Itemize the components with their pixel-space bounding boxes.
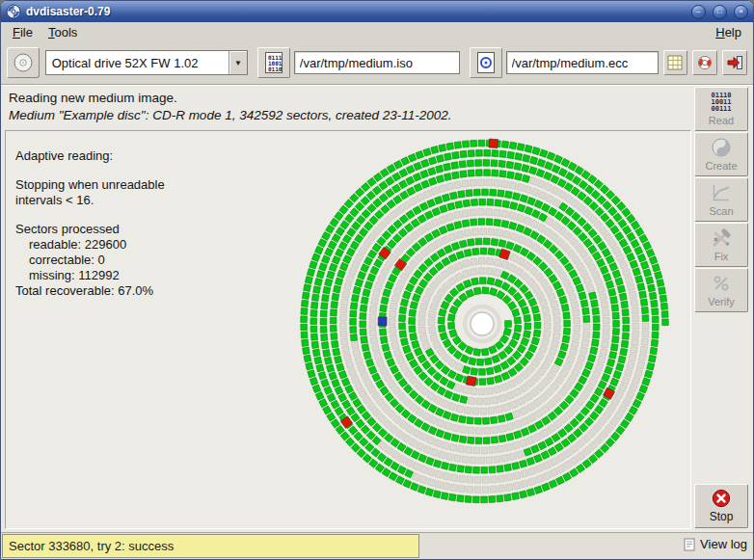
- svg-text:0110: 0110: [268, 66, 283, 72]
- image-file-button[interactable]: 0111 1001 0110: [257, 47, 290, 78]
- read-button[interactable]: 01110 10011 00111 Read: [694, 87, 748, 131]
- main-region: Reading new medium image. Medium "Exampl…: [1, 84, 753, 532]
- help-button[interactable]: [692, 50, 717, 75]
- statusbar: Sector 333680, try 2: success View log: [1, 532, 753, 559]
- total-recoverable: Total recoverable: 67.0%: [15, 283, 165, 299]
- view-log-button[interactable]: View log: [683, 537, 747, 551]
- image-file-input[interactable]: [294, 51, 460, 74]
- fix-label: Fix: [714, 251, 729, 262]
- create-label: Create: [705, 160, 737, 172]
- stopping-line2: intervals < 16.: [15, 193, 165, 208]
- scan-label: Scan: [709, 205, 733, 217]
- view-log-label: View log: [700, 537, 747, 551]
- app-icon: [6, 4, 21, 19]
- sidebar: 01110 10011 00111 Read Create: [691, 87, 751, 530]
- grid-icon: [667, 55, 683, 70]
- message-line2: Medium "Example disc": CD-R mode 1, 3425…: [9, 108, 684, 122]
- ecc-file-icon: [477, 52, 495, 73]
- scan-button[interactable]: Scan: [694, 177, 748, 222]
- tools-icon: [711, 227, 732, 249]
- disc-spiral-visualization: [289, 131, 675, 517]
- toolbar: Optical drive 52X FW 1.02 ▼ 0111 1001 01…: [1, 41, 753, 84]
- create-button[interactable]: Create: [694, 132, 748, 176]
- menu-tools[interactable]: Tools: [40, 24, 85, 40]
- ecc-file-button[interactable]: [470, 47, 502, 78]
- cd-icon: [13, 52, 34, 73]
- drawing-area: Adaptive reading: Stopping when unreadab…: [5, 130, 691, 529]
- chevron-down-icon[interactable]: ▼: [229, 51, 247, 74]
- exit-icon: [726, 55, 743, 70]
- adaptive-reading-label: Adaptive reading:: [15, 148, 165, 164]
- yinyang-icon: [711, 137, 732, 158]
- close-button[interactable]: ×: [734, 5, 748, 19]
- drive-select-value: Optical drive 52X FW 1.02: [46, 56, 229, 70]
- lifesaver-icon: [697, 55, 713, 70]
- stop-button[interactable]: Stop: [694, 484, 748, 528]
- ecc-file-input[interactable]: [506, 51, 659, 74]
- correctable-count: correctable: 0: [15, 253, 165, 268]
- quit-button[interactable]: [722, 50, 747, 75]
- menu-help[interactable]: Help: [708, 24, 749, 40]
- stopping-line1: Stopping when unreadable: [15, 177, 165, 193]
- chart-icon: [711, 182, 732, 203]
- status-message: Sector 333680, try 2: success: [2, 534, 419, 558]
- message-area: Reading new medium image. Medium "Exampl…: [1, 86, 691, 130]
- maximize-button[interactable]: □: [713, 5, 727, 19]
- window-title: dvdisaster-0.79: [26, 5, 685, 18]
- titlebar[interactable]: dvdisaster-0.79 – □ ×: [1, 1, 753, 22]
- menubar: File Tools Help: [1, 22, 753, 41]
- verify-button[interactable]: Verify: [694, 268, 748, 312]
- stop-label: Stop: [710, 510, 734, 523]
- info-block: Adaptive reading: Stopping when unreadab…: [15, 148, 165, 299]
- checksum-button[interactable]: [663, 50, 688, 75]
- percent-check-icon: [711, 273, 732, 294]
- stop-icon: [712, 489, 731, 508]
- log-icon: [683, 538, 696, 551]
- drive-select-combo[interactable]: Optical drive 52X FW 1.02 ▼: [45, 50, 248, 75]
- menu-file[interactable]: File: [5, 24, 40, 40]
- verify-label: Verify: [708, 296, 735, 307]
- drive-button[interactable]: [7, 47, 40, 78]
- read-label: Read: [709, 115, 734, 126]
- readable-count: readable: 229600: [15, 237, 165, 253]
- message-line1: Reading new medium image.: [9, 91, 684, 105]
- missing-count: missing: 112992: [15, 268, 165, 283]
- minimize-button[interactable]: –: [691, 5, 706, 19]
- binary-read-icon: 01110 10011 00111: [711, 93, 731, 113]
- sectors-processed-label: Sectors processed: [15, 222, 165, 237]
- binary-file-icon: 0111 1001 0110: [265, 52, 283, 73]
- app-window: dvdisaster-0.79 – □ × File Tools Help Op…: [0, 0, 754, 560]
- fix-button[interactable]: Fix: [694, 223, 748, 267]
